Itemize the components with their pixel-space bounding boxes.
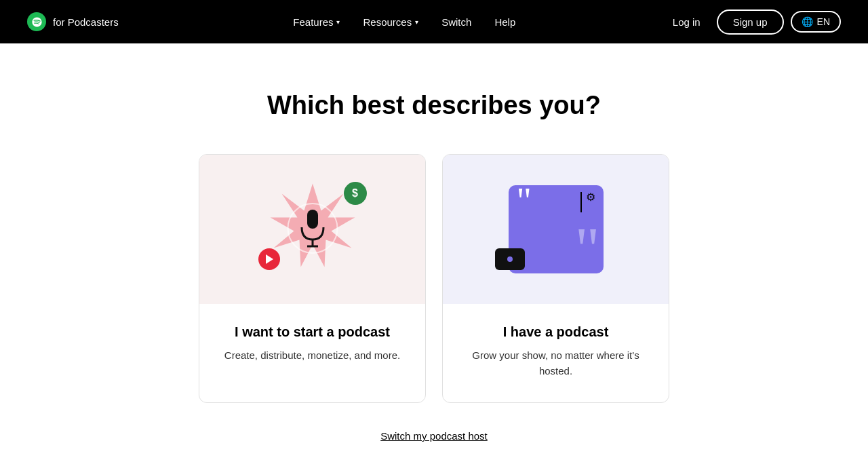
resources-nav-link[interactable]: Resources ▾: [353, 11, 428, 33]
close-quote-icon: ": [575, 219, 600, 273]
podcast-illustration: $: [252, 175, 374, 284]
navigation: for Podcasters Features ▾ Resources ▾ Sw…: [0, 0, 868, 43]
chat-dot: [507, 256, 513, 262]
play-badge-icon: [258, 248, 280, 270]
logo-link[interactable]: for Podcasters: [27, 12, 119, 31]
nav-right: Log in Sign up 🌐 EN: [663, 9, 841, 35]
microphone-icon: [298, 208, 328, 250]
chat-bubble-icon: [495, 248, 525, 270]
help-nav-link[interactable]: Help: [485, 11, 525, 33]
language-selector[interactable]: 🌐 EN: [791, 11, 841, 33]
gear-icon: ⚙: [586, 191, 595, 204]
globe-icon: 🌐: [802, 16, 813, 27]
svg-marker-3: [266, 254, 273, 264]
signup-button[interactable]: Sign up: [717, 9, 784, 35]
separator-line: [580, 192, 582, 212]
have-podcast-card[interactable]: " " ⚙ I have a podcast Grow your show, n…: [442, 154, 669, 403]
start-podcast-desc: Create, distribute, monetize, and more.: [224, 348, 400, 364]
cards-container: $ I want to start a podcast Create, dist…: [199, 154, 669, 403]
have-podcast-image: " " ⚙: [443, 155, 669, 304]
svg-rect-0: [307, 210, 318, 229]
spotify-icon: [27, 12, 46, 31]
have-podcast-desc: Grow your show, no matter where it's hos…: [463, 348, 648, 379]
start-podcast-title: I want to start a podcast: [224, 324, 400, 340]
switch-nav-link[interactable]: Switch: [432, 11, 481, 33]
logo-text: for Podcasters: [53, 16, 119, 28]
main-content: Which best describes you?: [0, 43, 868, 460]
have-podcast-content: I have a podcast Grow your show, no matt…: [443, 304, 669, 402]
login-button[interactable]: Log in: [663, 11, 710, 33]
resources-chevron-icon: ▾: [415, 18, 418, 26]
features-chevron-icon: ▾: [336, 18, 340, 26]
start-podcast-card[interactable]: $ I want to start a podcast Create, dist…: [199, 154, 426, 403]
page-title: Which best describes you?: [267, 91, 601, 120]
dollar-badge-icon: $: [344, 182, 367, 205]
features-nav-link[interactable]: Features ▾: [283, 11, 349, 33]
start-podcast-content: I want to start a podcast Create, distri…: [204, 304, 420, 387]
quote-illustration: " " ⚙: [498, 175, 614, 284]
nav-center: Features ▾ Resources ▾ Switch Help: [146, 11, 663, 33]
start-podcast-image: $: [199, 155, 425, 304]
have-podcast-title: I have a podcast: [463, 324, 648, 340]
open-quote-icon: ": [517, 185, 532, 219]
switch-host-link[interactable]: Switch my podcast host: [380, 430, 488, 442]
